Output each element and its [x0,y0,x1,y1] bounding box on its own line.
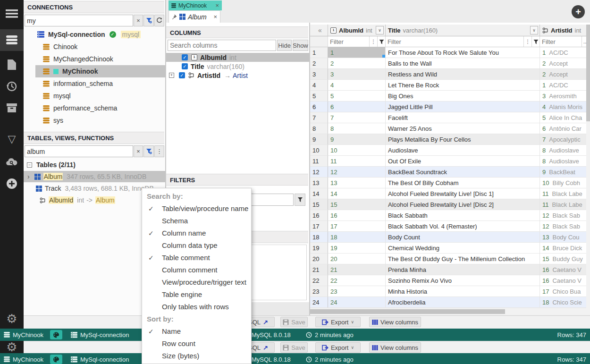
settings-gear-icon[interactable]: ⚙ [0,308,24,330]
cell-title[interactable]: Jagged Little Pill [386,102,540,112]
tables-group[interactable]: − Tables (2/11) [24,159,165,170]
cell-albumid[interactable]: 19 [328,243,386,254]
cell-albumid[interactable]: 2 [328,58,386,69]
table-row[interactable]: 2 2 Balls to the Wall 2 Accept [310,58,590,69]
menu-item[interactable]: ✓ Name [142,325,251,338]
cell-albumid[interactable]: 8 [328,123,386,134]
tab-group-mychinook[interactable]: MyChinook × [169,0,222,10]
table-row[interactable]: 7 7 Facelift 5 Alice In Cha [310,112,590,123]
menu-item[interactable]: ✓ Column comment [142,264,251,276]
column-header-albumid[interactable]: 1 AlbumId int ∨ [328,25,386,36]
cell-artistid[interactable]: 9 BackBeat [540,167,590,178]
files-nav-icon[interactable] [0,54,24,76]
filter-cell-artistid[interactable]: … [540,36,590,47]
cell-title[interactable]: Alcohol Fueled Brewtality Live! [Disc 2] [386,199,540,210]
filter-cell-title[interactable]: ⋮ [386,36,540,47]
history-nav-icon[interactable] [0,76,24,97]
view-columns-button[interactable]: View columns [369,317,421,327]
cell-artistid[interactable]: 15 Buddy Guy [540,254,590,264]
clear-search-icon[interactable]: × [134,15,143,26]
table-row[interactable]: 24 24 Afrociberdelia 18 Chico Scie [310,297,590,308]
export-button[interactable]: Export∨ [315,317,361,327]
cell-title[interactable]: Balls to the Wall [386,58,540,69]
cell-albumid[interactable]: 22 [328,275,386,286]
settings-gear-icon-duplicate[interactable]: ⚙ [0,341,24,353]
refresh-icon[interactable] [154,15,164,26]
expand-chevron-icon[interactable]: › [27,173,30,180]
cell-artistid[interactable]: 16 Caetano V [540,275,590,286]
show-columns-button[interactable]: Show [293,40,308,51]
row-number[interactable]: 3 [310,69,328,80]
column-row-title[interactable]: ✓ Title varchar(160) [166,62,309,71]
checkbox-checked[interactable]: ✓ [179,72,185,78]
archive-nav-icon[interactable] [0,97,24,119]
row-number[interactable]: 10 [310,145,328,156]
menu-item[interactable]: ✓ View/procedure/trigger text [142,276,251,288]
cell-title[interactable]: Facelift [386,112,540,123]
cell-title[interactable]: Audioslave [386,145,540,156]
funnel-icon[interactable] [377,36,385,47]
close-icon[interactable]: × [215,2,219,9]
cell-title[interactable]: Black Sabbath Vol. 4 (Remaster) [386,221,540,232]
funnel-icon[interactable] [531,36,539,47]
cell-albumid[interactable]: 13 [328,178,386,188]
cell-albumid[interactable]: 9 [328,134,386,145]
table-row[interactable]: 4 4 Let There Be Rock 1 AC/DC [310,80,590,91]
menu-hamburger-icon[interactable] [0,3,24,25]
scrollbar-thumb[interactable] [586,25,590,121]
cell-artistid[interactable]: 13 Body Cou [540,232,590,243]
table-row[interactable]: 18 18 Body Count 13 Body Cou [310,232,590,243]
cell-artistid[interactable]: 16 Caetano V [540,264,590,275]
clear-search-icon[interactable]: × [134,145,143,157]
row-number[interactable]: 4 [310,80,328,91]
cell-title[interactable]: Minha Historia [386,286,540,297]
cell-albumid[interactable]: 18 [328,232,386,243]
row-number[interactable]: 22 [310,275,328,286]
cell-title[interactable]: For Those About To Rock We Salute You [386,47,540,58]
cell-albumid[interactable]: 12 [328,167,386,178]
cell-albumid[interactable]: 17 [328,221,386,232]
connection-item[interactable]: sys ✓ [35,114,165,127]
menu-item[interactable]: ✓ Search by: [142,190,251,203]
table-row[interactable]: 3 3 Restless and Wild 2 Accept [310,69,590,80]
color-theme-badge[interactable] [50,355,62,364]
table-row[interactable]: 17 17 Black Sabbath Vol. 4 (Remaster) 12… [310,221,590,232]
cloud-search-nav-icon[interactable] [0,151,24,173]
filter-input[interactable] [328,36,369,47]
save-button[interactable]: Save [280,342,308,353]
cell-artistid[interactable]: 14 Bruce Dick [540,243,590,254]
collapse-icon[interactable]: − [27,162,32,168]
add-connection-button[interactable]: + [572,5,585,18]
cell-albumid[interactable]: 23 [328,286,386,297]
cell-title[interactable]: The Best Of Billy Cobham [386,178,540,188]
row-number[interactable]: 23 [310,286,328,297]
table-row[interactable]: 11 11 Out Of Exile 8 Audioslave [310,156,590,167]
cell-title[interactable]: Out Of Exile [386,156,540,167]
cell-title[interactable]: Restless and Wild [386,69,540,80]
scrollbar-thumb[interactable] [310,309,505,314]
cell-title[interactable]: Prenda Minha [386,264,540,275]
cell-artistid[interactable]: 17 Chico Bua [540,286,590,297]
checkbox-checked[interactable]: ✓ [182,54,188,60]
cell-albumid[interactable]: 5 [328,91,386,102]
cell-albumid[interactable]: 6 [328,102,386,112]
menu-item[interactable]: ✓ Table comment [142,252,251,264]
menu-item[interactable]: ✓ Column data type [142,239,251,252]
table-row[interactable]: 8 8 Warner 25 Anos 6 Antônio Car [310,123,590,134]
table-row[interactable]: 20 20 The Best Of Buddy Guy - The Millen… [310,254,590,264]
close-icon[interactable]: × [213,13,217,20]
row-number[interactable]: 7 [310,112,328,123]
kebab-icon[interactable]: ⋮ [369,36,377,47]
connections-search-input[interactable] [25,15,133,26]
connection-item[interactable]: MyChangedChinook ✓ [35,53,165,65]
column-header-artistid[interactable]: ArtistId int [540,25,590,36]
cell-albumid[interactable]: 16 [328,210,386,221]
table-row[interactable]: 5 5 Big Ones 3 Aerosmith [310,91,590,102]
cell-albumid[interactable]: 1 [328,47,386,58]
view-columns-button[interactable]: View columns [369,342,421,353]
table-row[interactable]: 23 23 Minha Historia 17 Chico Bua [310,286,590,297]
cell-title[interactable]: Warner 25 Anos [386,123,540,134]
cell-albumid[interactable]: 10 [328,145,386,156]
menu-item[interactable]: ✓ Table/view/procedure name [142,203,251,215]
cell-artistid[interactable]: 12 Black Sab [540,210,590,221]
